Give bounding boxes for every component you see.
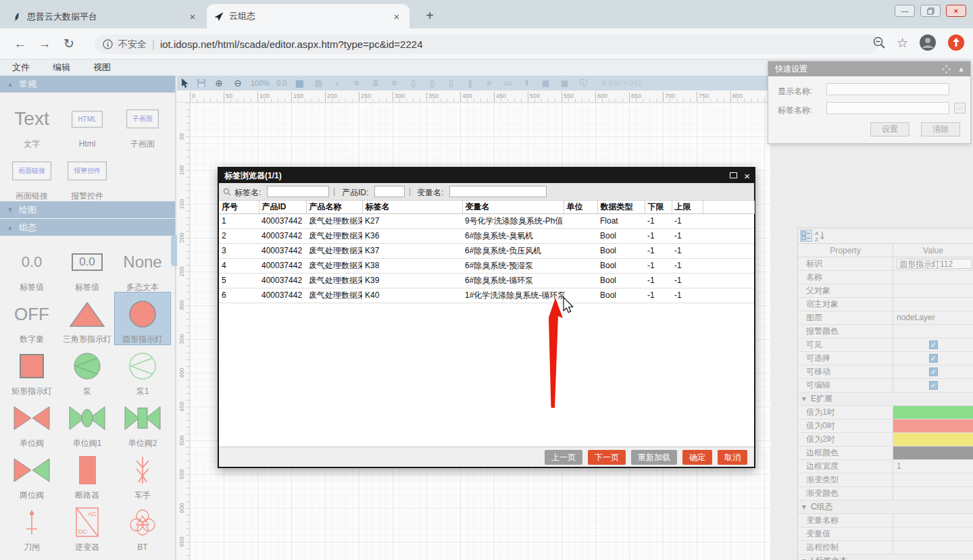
dialog-maximize-icon[interactable]	[730, 171, 737, 180]
value-column-header[interactable]: Value	[893, 244, 973, 257]
checkbox[interactable]: ✓	[929, 367, 938, 376]
property-value[interactable]: 1	[893, 460, 973, 473]
productid-filter-input[interactable]	[374, 186, 405, 197]
tag-browse-more-button[interactable]: ...	[954, 103, 966, 113]
clear-button[interactable]: 清除	[921, 122, 960, 136]
menu-view[interactable]: 视图	[93, 61, 111, 74]
url-bar[interactable]: 不安全 | iot.idosp.net/html/scada/editor.as…	[95, 34, 878, 54]
distribute-v-icon[interactable]: ≡	[482, 78, 495, 88]
display-name-input[interactable]	[826, 83, 949, 95]
component-item[interactable]: 画面链接画面链接	[4, 149, 59, 201]
security-label[interactable]: 不安全	[118, 39, 147, 51]
tagname-filter-input[interactable]	[267, 186, 329, 197]
column-header[interactable]: 产品ID	[259, 201, 306, 213]
next-page-button[interactable]: 下一页	[588, 450, 626, 465]
component-item[interactable]: 圆形指示灯	[115, 292, 170, 345]
variablename-filter-input[interactable]	[449, 186, 547, 197]
save-icon[interactable]	[197, 78, 206, 88]
property-value[interactable]	[893, 514, 973, 527]
property-value[interactable]	[893, 474, 973, 486]
sidebar-collapse-handle[interactable]	[171, 235, 177, 266]
component-item[interactable]: 泵1	[115, 345, 170, 397]
tag-row[interactable]: 1400037442废气处理数据采K279号化学洗涤除臭系统-Ph值Float-…	[219, 213, 754, 228]
dock-icon[interactable]	[942, 65, 951, 74]
browser-update-icon[interactable]	[947, 34, 965, 51]
component-item[interactable]: Text文字	[4, 97, 59, 149]
property-value[interactable]: nodeLayer	[893, 311, 973, 324]
menu-edit[interactable]: 编辑	[53, 61, 70, 74]
component-item[interactable]: 报警控件报警控件	[59, 149, 115, 201]
browser-tab-1[interactable]: 思普云大数据平台 ×	[5, 5, 205, 28]
refresh-button[interactable]: ↻	[57, 36, 81, 51]
checkbox[interactable]: ✓	[929, 354, 938, 363]
section-header[interactable]: ▼绘图	[0, 201, 175, 218]
align-left-icon[interactable]: ≡	[350, 78, 362, 88]
component-item[interactable]: 断路器	[59, 449, 115, 501]
checkbox[interactable]: ✓	[929, 381, 938, 390]
column-header[interactable]: 下限	[645, 201, 672, 213]
component-item[interactable]: 子画面子画面	[115, 97, 170, 149]
window-close-button[interactable]: ×	[946, 5, 966, 17]
component-item[interactable]: 单位阀	[4, 397, 59, 449]
new-tab-button[interactable]: +	[420, 7, 439, 26]
grid-toggle-icon[interactable]: ▦	[293, 78, 305, 88]
section-header[interactable]: ▲组态	[0, 219, 175, 236]
component-item[interactable]: 单位阀1	[59, 397, 115, 449]
property-group-row[interactable]: ▼C组态	[798, 501, 973, 514]
component-item[interactable]: 泵	[59, 345, 115, 397]
property-value[interactable]	[893, 298, 973, 311]
color-swatch[interactable]	[893, 406, 973, 419]
property-value[interactable]	[893, 528, 973, 540]
quick-settings-header[interactable]: 快速设置 ▲	[768, 61, 970, 76]
component-item[interactable]: 两位阀	[4, 449, 59, 501]
tab-close-icon[interactable]: ×	[391, 11, 403, 22]
component-item[interactable]: OFF数字量	[4, 292, 59, 345]
property-value[interactable]: ✓	[893, 379, 973, 392]
property-value[interactable]	[893, 447, 973, 459]
pause-icon[interactable]: ‖	[520, 78, 532, 88]
column-header[interactable]: 单位	[564, 201, 597, 213]
column-header[interactable]: 上限	[672, 201, 703, 213]
reload-button[interactable]: 重新加载	[631, 450, 677, 465]
menu-file[interactable]: 文件	[12, 61, 30, 74]
search-canvas-icon[interactable]: ⌕	[331, 78, 343, 88]
tag-row[interactable]: 5400037442废气处理数据采K396#除臭系统-循环泵Bool-1-1	[219, 273, 754, 288]
property-value[interactable]	[893, 406, 973, 419]
section-header[interactable]: ▲常规	[0, 76, 175, 93]
keyboard-icon[interactable]: ▦	[539, 78, 551, 88]
column-header[interactable]: 序号	[219, 201, 259, 213]
column-header[interactable]	[703, 201, 754, 213]
property-group-row[interactable]: ▼E扩展	[798, 392, 973, 406]
select-cursor-icon[interactable]	[181, 78, 190, 88]
prev-page-button[interactable]: 上一页	[545, 450, 582, 465]
component-item[interactable]: 0.0标签值	[4, 240, 59, 292]
property-group-row[interactable]: ▼L标签文本	[798, 555, 973, 560]
component-item[interactable]: 单位阀2	[115, 397, 170, 449]
align-bottom-icon[interactable]: ▯	[445, 78, 457, 88]
tab-close-icon[interactable]: ×	[186, 11, 199, 22]
browser-tab-2[interactable]: 云组态 ×	[207, 4, 409, 28]
tag-row[interactable]: 2400037442废气处理数据采K366#除臭系统-臭氧机Bool-1-1	[219, 228, 754, 243]
cancel-button[interactable]: 取消	[718, 450, 747, 465]
property-value[interactable]: ✓	[893, 338, 973, 351]
color-swatch[interactable]	[893, 433, 973, 446]
align-center-icon[interactable]: ≣	[369, 78, 381, 88]
property-column-header[interactable]: Property	[798, 244, 893, 257]
copy-icon[interactable]: ▤	[312, 78, 324, 88]
align-top-icon[interactable]: ▯	[407, 78, 419, 88]
ok-button[interactable]: 确定	[682, 450, 712, 465]
column-header[interactable]: 数据类型	[597, 201, 645, 213]
zoom-out-icon[interactable]: ⊖	[232, 78, 244, 88]
info-circle-icon[interactable]: ⓘ	[577, 78, 589, 89]
component-item[interactable]: 刀闸	[4, 501, 59, 553]
property-value[interactable]	[893, 284, 973, 297]
component-item[interactable]: ACDC逆变器	[59, 501, 115, 553]
profile-avatar-icon[interactable]	[919, 34, 937, 51]
dialog-close-icon[interactable]: ×	[744, 170, 750, 182]
same-size-icon[interactable]: ▭	[501, 78, 514, 88]
sort-az-icon[interactable]: AZ	[814, 230, 826, 242]
property-value-input[interactable]: 圆形指示灯112	[897, 259, 972, 269]
zoom-in-icon[interactable]: ⊕	[213, 78, 225, 88]
back-button[interactable]: ←	[8, 36, 32, 51]
collapse-panel-icon[interactable]: ▲	[957, 65, 965, 73]
